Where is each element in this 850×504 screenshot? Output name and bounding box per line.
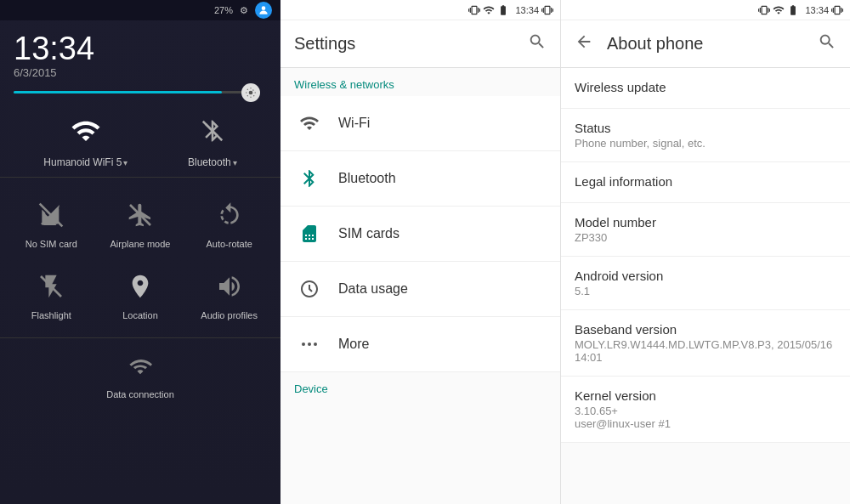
settings-gear-icon[interactable]: ⚙ — [240, 5, 248, 16]
baseband-title: Baseband version — [575, 322, 836, 337]
notification-shade: 27% ⚙ 13:34 6/3/2015 — [0, 0, 280, 504]
back-button[interactable] — [575, 32, 593, 55]
no-sim-action[interactable]: No SIM card — [7, 186, 96, 258]
about-header: About phone — [561, 20, 850, 68]
vibrate-icon-about — [758, 4, 770, 16]
data-connection-icon — [120, 347, 161, 388]
about-title: About phone — [607, 34, 818, 54]
baseband-sub: MOLY.LR9.W1444.MD.LWTG.MP.V8.P3, 2015/05… — [575, 338, 836, 364]
settings-item-more[interactable]: More — [280, 317, 560, 372]
data-connection-label: Data connection — [106, 389, 174, 399]
bluetooth-icon-off — [200, 116, 225, 146]
date-display: 6/3/2015 — [14, 66, 267, 79]
brightness-slider[interactable] — [14, 91, 258, 93]
auto-rotate-action[interactable]: Auto-rotate — [184, 186, 274, 258]
sim-settings-icon — [294, 218, 325, 249]
settings-item-sim[interactable]: SIM cards — [280, 207, 560, 262]
device-section-header: Device — [280, 372, 560, 400]
legal-title: Legal information — [575, 174, 836, 189]
location-action[interactable]: Location — [96, 258, 185, 329]
settings-status-icons: 13:34 — [468, 4, 553, 16]
wifi-dropdown-arrow: ▾ — [123, 158, 128, 167]
svg-point-0 — [262, 6, 266, 10]
airplane-action[interactable]: Airplane mode — [96, 186, 185, 258]
brightness-thumb — [241, 83, 260, 102]
settings-header: Settings — [280, 20, 560, 68]
settings-item-wifi[interactable]: Wi-Fi — [280, 96, 560, 151]
about-item-kernel[interactable]: Kernel version 3.10.65+ user@linux-user … — [561, 377, 850, 443]
settings-status-bar: 13:34 — [280, 0, 560, 20]
bluetooth-icon-wrap — [190, 109, 235, 153]
flashlight-icon — [31, 266, 71, 307]
model-sub: ZP330 — [575, 231, 836, 244]
signal-icon-settings — [483, 4, 495, 16]
airplane-label: Airplane mode — [110, 239, 171, 249]
about-search-icon[interactable] — [818, 32, 836, 55]
bluetooth-settings-icon — [294, 163, 325, 194]
svg-point-8 — [314, 343, 317, 346]
more-settings-icon — [294, 329, 325, 360]
data-connection-row[interactable]: Data connection — [0, 343, 280, 408]
wifi-settings-icon — [294, 108, 325, 139]
about-item-android[interactable]: Android version 5.1 — [561, 257, 850, 310]
android-title: Android version — [575, 269, 836, 283]
kernel-sub: 3.10.65+ user@linux-user #1 — [575, 405, 836, 430]
settings-content: Wireless & networks Wi-Fi Bluetooth — [280, 68, 560, 504]
wireless-update-title: Wireless update — [575, 80, 836, 94]
flashlight-label: Flashlight — [31, 310, 71, 320]
wifi-label: Humanoid WiFi 5 — [43, 156, 122, 168]
avatar-icon[interactable] — [255, 2, 272, 19]
status-bar-left: 27% ⚙ — [0, 0, 280, 20]
airplane-icon — [120, 195, 161, 235]
brightness-row[interactable] — [0, 84, 280, 100]
about-item-legal[interactable]: Legal information — [561, 162, 850, 203]
android-sub: 5.1 — [575, 285, 836, 297]
about-item-model[interactable]: Model number ZP330 — [561, 203, 850, 257]
right-panels: 13:34 Settings Wireless & networks Wi-Fi — [280, 0, 850, 504]
divider-1 — [0, 177, 280, 178]
auto-rotate-label: Auto-rotate — [206, 239, 252, 249]
bluetooth-label: Bluetooth — [188, 156, 231, 168]
sim-settings-label: SIM cards — [338, 226, 400, 241]
status-time-settings: 13:34 — [515, 5, 539, 15]
no-sim-label: No SIM card — [26, 239, 77, 249]
settings-item-data-usage[interactable]: Data usage — [280, 262, 560, 317]
about-status-icons: 13:34 — [758, 4, 843, 16]
auto-rotate-icon — [209, 195, 250, 235]
audio-action[interactable]: Audio profiles — [184, 258, 274, 329]
audio-icon — [209, 266, 250, 307]
vibrate-icon-2 — [541, 4, 553, 16]
location-label: Location — [122, 310, 158, 320]
wifi-toggle[interactable]: Humanoid WiFi 5 ▾ — [43, 109, 128, 168]
no-sim-icon — [31, 195, 71, 235]
svg-point-1 — [249, 91, 253, 95]
more-settings-label: More — [338, 337, 369, 352]
wifi-icon-wrap — [64, 109, 108, 153]
divider-2 — [0, 337, 280, 338]
about-status-bar: 13:34 — [561, 0, 850, 20]
data-usage-label: Data usage — [338, 281, 408, 297]
about-item-status[interactable]: Status Phone number, signal, etc. — [561, 109, 850, 162]
settings-title: Settings — [294, 34, 355, 54]
settings-item-bluetooth[interactable]: Bluetooth — [280, 151, 560, 207]
settings-search-icon[interactable] — [528, 32, 547, 55]
wifi-icon — [71, 116, 101, 146]
vibrate-icon — [468, 4, 480, 16]
model-title: Model number — [575, 215, 836, 229]
signal-icon-about — [773, 4, 785, 16]
time-display: 13:34 — [14, 32, 267, 65]
status-sub: Phone number, signal, etc. — [575, 137, 836, 150]
about-item-baseband[interactable]: Baseband version MOLY.LR9.W1444.MD.LWTG.… — [561, 310, 850, 377]
wifi-settings-label: Wi-Fi — [338, 116, 370, 131]
settings-panel: 13:34 Settings Wireless & networks Wi-Fi — [280, 0, 561, 504]
svg-point-6 — [302, 343, 305, 346]
bluetooth-label-row: Bluetooth ▾ — [188, 156, 237, 168]
bluetooth-toggle[interactable]: Bluetooth ▾ — [188, 109, 237, 168]
about-item-wireless-update[interactable]: Wireless update — [561, 68, 850, 109]
flashlight-action[interactable]: Flashlight — [7, 258, 96, 329]
kernel-title: Kernel version — [575, 388, 836, 403]
vibrate-icon-about-2 — [831, 4, 843, 16]
battery-icon-settings — [497, 4, 509, 16]
bluetooth-dropdown-arrow: ▾ — [233, 158, 237, 167]
audio-label: Audio profiles — [201, 310, 258, 320]
